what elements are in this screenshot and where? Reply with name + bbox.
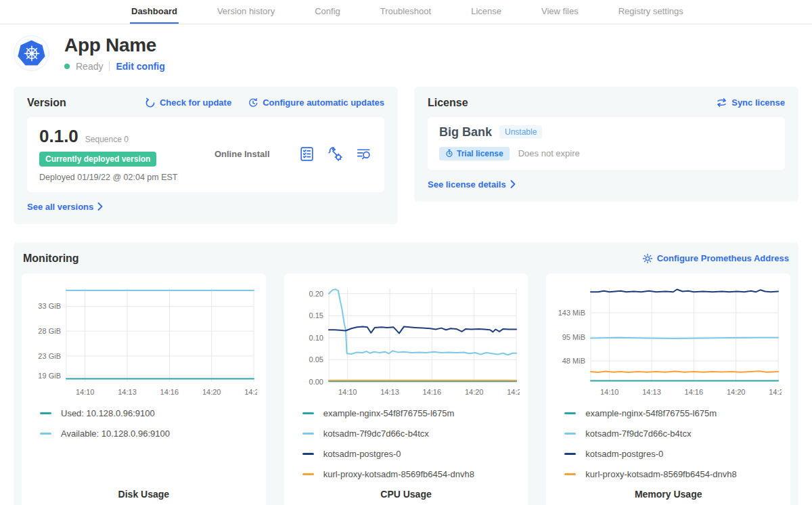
legend-dash-icon [564, 473, 576, 475]
kotsadm-7f9dc7d66c-b4tcx-line [591, 338, 778, 338]
svg-text:0.05: 0.05 [309, 355, 323, 364]
memory-usage-card: 48 MiB95 MiB143 MiB14:1014:1314:1614:201… [546, 273, 790, 505]
version-card: Version Check for update [14, 87, 398, 224]
legend-item: kotsadm-postgres-0 [302, 449, 520, 459]
legend-item: example-nginx-54f8f76755-l675m [564, 408, 782, 418]
divider [109, 61, 110, 71]
disk-usage-card: 19 GiB23 GiB28 GiB33 GiB14:1014:1314:161… [22, 273, 266, 505]
legend-label: Available: 10.128.0.96:9100 [61, 429, 170, 439]
app-status-row: Ready Edit config [64, 61, 165, 72]
legend-dash-icon [564, 453, 576, 455]
sync-license-button[interactable]: Sync license [716, 97, 785, 108]
refresh-icon [145, 97, 156, 108]
legend-label: kotsadm-7f9dc7d66c-b4tcx [585, 429, 691, 439]
svg-text:14:20: 14:20 [727, 388, 746, 396]
clock-refresh-icon [248, 97, 258, 108]
configure-prometheus-button[interactable]: Configure Prometheus Address [642, 253, 789, 264]
svg-text:14:10: 14:10 [76, 388, 95, 396]
legend-label: kotsadm-postgres-0 [323, 449, 401, 459]
legend-item: kurl-proxy-kotsadm-8569fb6454-dnvh8 [564, 469, 782, 479]
channel-badge: Unstable [499, 125, 542, 139]
current-version-panel: 0.1.0 Sequence 0 Currently deployed vers… [27, 117, 384, 192]
legend-dash-icon [564, 412, 576, 414]
svg-text:0.20: 0.20 [309, 290, 323, 298]
legend-dash-icon [302, 433, 314, 435]
svg-text:0.00: 0.00 [309, 378, 323, 386]
kots-admin-dashboard: DashboardVersion historyConfigTroublesho… [0, 0, 812, 505]
svg-text:14:10: 14:10 [338, 388, 357, 396]
svg-text:23 GiB: 23 GiB [38, 352, 61, 360]
monitoring-title: Monitoring [23, 252, 79, 265]
status-text: Ready [76, 61, 103, 72]
see-all-versions-link[interactable]: See all versions [27, 202, 103, 212]
disk-usage-chart: 19 GiB23 GiB28 GiB33 GiB14:1014:1314:161… [30, 284, 257, 399]
stopwatch-icon [445, 149, 453, 158]
tab-license[interactable]: License [470, 0, 503, 24]
version-card-title: Version [27, 97, 66, 109]
legend-label: kurl-proxy-kotsadm-8569fb6454-dnvh8 [585, 469, 736, 479]
cpu-usage-card: 0.000.050.100.150.2014:1014:1314:1614:20… [284, 273, 528, 505]
page-content: App Name Ready Edit config Version [0, 35, 812, 505]
gear-icon [642, 253, 653, 264]
configure-automatic-updates-button[interactable]: Configure automatic updates [248, 97, 384, 108]
memory-usage-legend: example-nginx-54f8f76755-l675mkotsadm-7f… [554, 408, 782, 479]
view-logs-icon[interactable] [355, 146, 372, 162]
deployed-badge: Currently deployed version [39, 152, 156, 167]
memory-usage-chart: 48 MiB95 MiB143 MiB14:1014:1314:1614:201… [554, 284, 782, 399]
tab-version-history[interactable]: Version history [216, 0, 276, 24]
svg-text:0.10: 0.10 [309, 334, 323, 342]
legend-dash-icon [302, 453, 314, 455]
page-title: App Name [64, 35, 165, 56]
kotsadm-7f9dc7d66c-b4tcx-line [329, 289, 516, 355]
memory-usage-title: Memory Usage [554, 479, 782, 505]
svg-text:14:13: 14:13 [118, 388, 137, 396]
svg-text:33 GiB: 33 GiB [38, 302, 61, 310]
version-number: 0.1.0 [39, 126, 78, 147]
legend-dash-icon [40, 412, 51, 414]
svg-text:0.15: 0.15 [309, 311, 323, 320]
license-card-title: License [428, 97, 468, 109]
svg-text:19 GiB: 19 GiB [38, 372, 61, 380]
legend-item: kotsadm-7f9dc7d66c-b4tcx [302, 429, 520, 439]
legend-item: Used: 10.128.0.96:9100 [40, 408, 258, 418]
edit-config-link[interactable]: Edit config [116, 61, 164, 72]
kotsadm-postgres-0-line [329, 326, 516, 333]
tab-troubleshoot[interactable]: Troubleshoot [379, 0, 432, 24]
license-card: License Sync license Big Bank [414, 87, 798, 202]
install-type-label: Online Install [185, 149, 298, 159]
svg-text:14:20: 14:20 [465, 388, 484, 396]
app-header-text: App Name Ready Edit config [64, 35, 165, 72]
cards-row: Version Check for update [14, 87, 798, 224]
kotsadm-postgres-0-line [591, 289, 778, 292]
see-license-details-link[interactable]: See license details [428, 179, 516, 190]
tab-dashboard[interactable]: Dashboard [130, 0, 179, 24]
disk-usage-legend: Used: 10.128.0.96:9100Available: 10.128.… [30, 408, 258, 439]
tab-view-files[interactable]: View files [540, 0, 580, 24]
monitoring-header: Monitoring Configure Prometheus Address [22, 252, 790, 265]
check-for-update-button[interactable]: Check for update [145, 97, 231, 108]
chevron-right-icon [510, 180, 516, 188]
tab-config[interactable]: Config [313, 0, 342, 24]
kurl-proxy-kotsadm-8569fb6454-dnvh8-line [591, 371, 778, 372]
edit-config-tools-icon[interactable] [327, 146, 344, 162]
svg-text:14:10: 14:10 [600, 388, 619, 396]
cpu-usage-legend: example-nginx-54f8f76755-l675mkotsadm-7f… [292, 408, 520, 479]
license-panel: Big Bank Unstable [428, 117, 785, 170]
svg-text:14:16: 14:16 [685, 388, 704, 396]
svg-text:14:20: 14:20 [202, 388, 221, 396]
svg-text:143 MiB: 143 MiB [558, 309, 585, 317]
version-card-actions: Check for update Configure automatic up [145, 97, 384, 108]
tab-registry-settings[interactable]: Registry settings [617, 0, 685, 24]
sync-icon [716, 97, 727, 108]
legend-label: example-nginx-54f8f76755-l675m [323, 408, 455, 418]
status-dot-icon [64, 64, 70, 69]
version-info: 0.1.0 Sequence 0 Currently deployed vers… [39, 126, 185, 182]
sequence-label: Sequence 0 [85, 135, 129, 144]
cpu-usage-title: CPU Usage [292, 479, 520, 505]
svg-text:14:23: 14:23 [769, 388, 782, 396]
charts-row: 19 GiB23 GiB28 GiB33 GiB14:1014:1314:161… [22, 273, 790, 505]
preflight-checks-icon[interactable] [298, 146, 315, 162]
svg-text:28 GiB: 28 GiB [38, 327, 61, 335]
svg-text:14:23: 14:23 [244, 388, 257, 396]
license-card-header: License Sync license [428, 97, 785, 109]
